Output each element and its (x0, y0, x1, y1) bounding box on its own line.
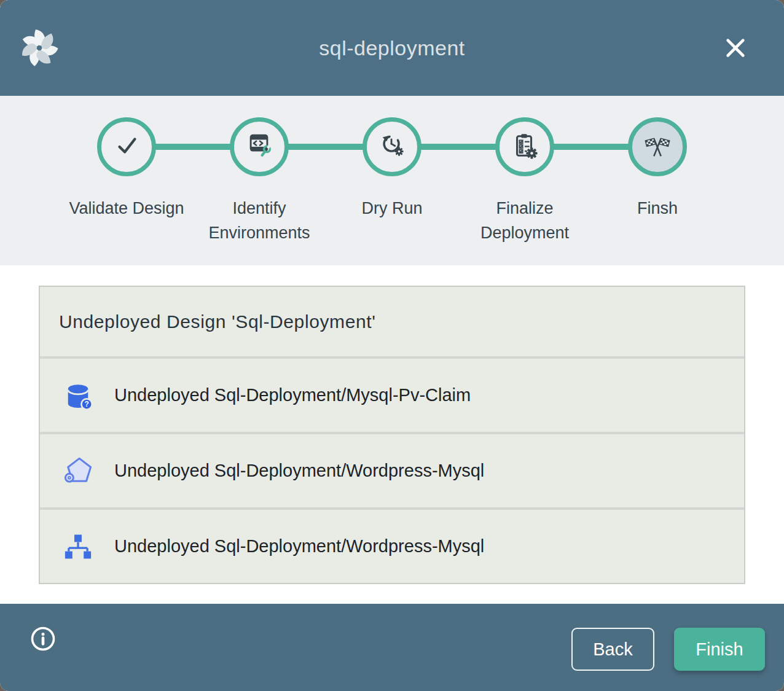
step-label: Dry Run (361, 196, 422, 221)
close-x-icon (724, 52, 747, 61)
step-circle (628, 117, 687, 176)
step-connector (421, 144, 496, 150)
step-finish: Finsh (591, 96, 724, 245)
footer-bar: Back Finish (0, 604, 784, 691)
step-label: Validate Design (69, 196, 184, 221)
step-connector (288, 144, 363, 150)
step-connector (554, 144, 629, 150)
status-text: Undeployed Sql-Deployment/Mysql-Pv-Claim (114, 385, 471, 405)
status-text: Undeployed Sql-Deployment/Wordpress-Mysq… (114, 461, 484, 481)
finish-button[interactable]: Finish (674, 628, 765, 671)
panel-header-text: Undeployed Design 'Sql-Deployment' (59, 311, 375, 332)
step-dry-run: Dry Run (326, 96, 458, 245)
step-circle (495, 117, 554, 176)
step-identify-environments: Identify Environments (193, 96, 326, 245)
status-row: Undeployed Sql-Deployment/Wordpress-Mysq… (40, 507, 744, 583)
pinwheel-logo-icon (18, 27, 60, 69)
question-badge: ? (84, 400, 88, 408)
deployment-dialog: sql-deployment (0, 0, 784, 691)
panel-header-row: Undeployed Design 'Sql-Deployment' (40, 287, 744, 356)
history-gear-icon (378, 131, 406, 162)
status-row: ? Undeployed Sql-Deployment/Mysql-Pv-Cla… (40, 356, 744, 432)
step-circle (230, 117, 289, 176)
status-panel: Undeployed Design 'Sql-Deployment' ? Und… (39, 286, 745, 584)
info-button[interactable] (29, 625, 57, 652)
step-label: Finsh (637, 196, 678, 221)
info-icon (29, 645, 57, 654)
step-circle (363, 117, 421, 176)
status-text: Undeployed Sql-Deployment/Wordpress-Mysq… (114, 536, 484, 556)
step-label: Finalize Deployment (463, 196, 586, 245)
step-finalize-deployment: Finalize Deployment (458, 96, 591, 245)
hierarchy-icon (62, 531, 94, 563)
header-bar: sql-deployment (0, 0, 784, 96)
pod-pentagon-icon (62, 455, 94, 487)
checkmark-icon (112, 131, 141, 162)
dialog-title: sql-deployment (319, 36, 465, 60)
wizard-stepper: Validate Design (0, 96, 784, 265)
close-button[interactable] (721, 34, 750, 62)
step-label: Identify Environments (198, 196, 321, 245)
status-row: Undeployed Sql-Deployment/Wordpress-Mysq… (40, 432, 744, 507)
step-circle (97, 117, 156, 176)
database-icon: ? (62, 380, 94, 412)
step-validate-design: Validate Design (60, 96, 193, 245)
checkered-flags-icon (643, 131, 672, 162)
clipboard-gear-icon (511, 131, 539, 162)
step-connector (155, 144, 230, 150)
code-window-wrench-icon (245, 131, 273, 162)
content-area: Undeployed Design 'Sql-Deployment' ? Und… (0, 265, 784, 604)
back-button[interactable]: Back (571, 628, 654, 671)
